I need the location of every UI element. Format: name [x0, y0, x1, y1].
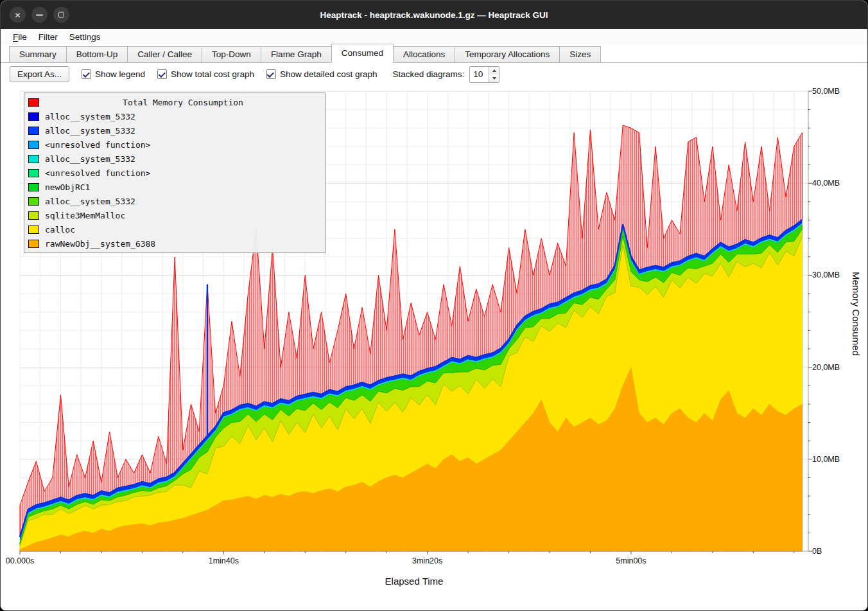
tab-top-down[interactable]: Top-Down	[202, 46, 261, 63]
stacked-diagrams-spinbox	[469, 66, 499, 83]
legend-label: <unresolved function>	[45, 168, 150, 178]
tabbar: SummaryBottom-UpCaller / CalleeTop-DownF…	[1, 45, 867, 63]
heaptrack-window: ✕ Heaptrack - heaptrack.wakunode.1.gz — …	[0, 0, 868, 611]
stacked-diagrams-label: Stacked diagrams:	[393, 69, 465, 79]
legend-item: <unresolved function>	[28, 137, 321, 152]
checkbox-label: Show legend	[95, 69, 145, 79]
legend-label: alloc__system_5332	[45, 154, 135, 164]
y-axis-tick-label: 30,0MB	[812, 270, 840, 279]
legend-label: <unresolved function>	[45, 140, 150, 150]
tab-sizes[interactable]: Sizes	[559, 46, 601, 63]
checkbox-icon	[82, 69, 91, 79]
legend-swatch	[28, 240, 39, 248]
checkbox-show-total-cost-graph[interactable]: Show total cost graph	[157, 69, 254, 79]
toolbar: Export As... Show legendShow total cost …	[1, 63, 867, 85]
x-axis-tick-label: 5min00s	[616, 556, 646, 565]
tab-bottom-up[interactable]: Bottom-Up	[66, 46, 128, 63]
tab-temporary-allocations[interactable]: Temporary Allocations	[455, 46, 560, 63]
legend-swatch	[28, 169, 39, 177]
tab-caller-callee[interactable]: Caller / Callee	[127, 46, 202, 63]
legend-item: alloc__system_5332	[28, 194, 321, 208]
legend-swatch	[28, 197, 39, 206]
legend-item: alloc__system_5332	[28, 109, 321, 123]
y-axis-title: Memory Consumed	[851, 272, 862, 356]
chart-legend: Total Memory Consumptionalloc__system_53…	[24, 93, 326, 253]
checkmark-icon	[267, 70, 274, 77]
x-axis-tick-label: 1min40s	[209, 556, 239, 565]
legend-label: alloc__system_5332	[45, 112, 135, 121]
tab-flame-graph[interactable]: Flame Graph	[261, 46, 332, 63]
checkbox-label: Show total cost graph	[171, 69, 254, 79]
legend-item: alloc__system_5332	[28, 123, 321, 137]
legend-label: alloc__system_5332	[45, 197, 135, 206]
checkmark-icon	[82, 70, 89, 77]
checkbox-label: Show detailed cost graph	[280, 69, 378, 79]
legend-label: calloc	[45, 225, 75, 235]
legend-swatch	[28, 183, 39, 191]
menubar: FileFilterSettings	[1, 29, 867, 45]
y-axis-tick-label: 0B	[812, 547, 822, 556]
x-axis-title: Elapsed Time	[20, 576, 808, 587]
legend-swatch	[28, 211, 39, 220]
legend-item: newObjRC1	[28, 180, 321, 194]
legend-swatch	[28, 226, 39, 234]
checkbox-show-detailed-cost-graph[interactable]: Show detailed cost graph	[266, 69, 378, 79]
checkmark-icon	[158, 70, 165, 77]
legend-item: calloc	[28, 222, 321, 236]
titlebar[interactable]: ✕ Heaptrack - heaptrack.wakunode.1.gz — …	[1, 1, 867, 29]
menu-file[interactable]: File	[7, 29, 33, 45]
legend-label: alloc__system_5332	[45, 126, 135, 136]
y-axis-tick-label: 10,0MB	[812, 455, 840, 464]
x-axis-tick-label: 00.000s	[6, 556, 34, 565]
y-axis-tick-label: 40,0MB	[812, 179, 840, 188]
y-axis-tick-label: 20,0MB	[812, 363, 840, 372]
stacked-diagrams-input[interactable]	[470, 67, 489, 82]
tab-allocations[interactable]: Allocations	[393, 46, 455, 63]
legend-label: rawNewObj__system_6388	[45, 239, 155, 249]
legend-item: rawNewObj__system_6388	[28, 236, 321, 251]
tab-summary[interactable]: Summary	[9, 46, 67, 63]
export-as-button[interactable]: Export As...	[10, 66, 69, 82]
chart-area: Total Memory Consumptionalloc__system_53…	[1, 85, 867, 610]
legend-swatch	[28, 141, 39, 149]
spin-down-button[interactable]	[489, 75, 499, 82]
y-axis-tick-label: 50,0MB	[812, 87, 840, 96]
legend-swatch	[28, 127, 39, 135]
legend-item: alloc__system_5332	[28, 152, 321, 166]
x-axis-tick-label: 3min20s	[412, 556, 442, 565]
window-title: Heaptrack - heaptrack.wakunode.1.gz — He…	[1, 1, 867, 29]
legend-item: sqlite3MemMalloc	[28, 208, 321, 222]
checkbox-icon	[157, 69, 167, 79]
checkbox-show-legend[interactable]: Show legend	[82, 69, 145, 79]
checkbox-icon	[266, 69, 276, 79]
legend-swatch-total	[28, 98, 39, 107]
menu-filter[interactable]: Filter	[33, 29, 64, 45]
spin-up-button[interactable]	[489, 67, 499, 75]
legend-title-row: Total Memory Consumption	[28, 95, 321, 109]
spin-up-icon	[492, 69, 496, 72]
legend-item: <unresolved function>	[28, 166, 321, 180]
tab-consumed[interactable]: Consumed	[331, 44, 394, 63]
legend-label: sqlite3MemMalloc	[45, 211, 125, 220]
spin-down-icon	[492, 77, 496, 80]
legend-label: newObjRC1	[45, 182, 90, 192]
menu-settings[interactable]: Settings	[64, 29, 107, 45]
legend-title: Total Memory Consumption	[45, 98, 321, 107]
legend-swatch	[28, 155, 39, 163]
legend-swatch	[28, 112, 39, 121]
